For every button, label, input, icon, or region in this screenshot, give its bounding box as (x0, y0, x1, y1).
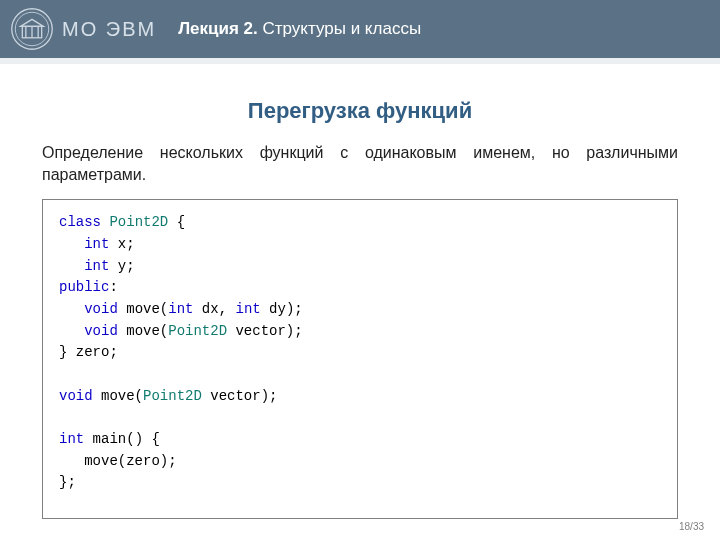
slide-heading: Перегрузка функций (42, 98, 678, 124)
slide-content: Перегрузка функций Определение нескольки… (0, 64, 720, 519)
lecture-title: Лекция 2. Структуры и классы (178, 19, 421, 39)
lecture-topic: Структуры и классы (263, 19, 422, 38)
institution-logo-icon (10, 7, 54, 51)
svg-marker-6 (21, 19, 44, 26)
header-bar: МО ЭВМ Лекция 2. Структуры и классы (0, 0, 720, 58)
page-current: 18 (679, 521, 690, 532)
slide-description: Определение нескольких функций с одинако… (42, 142, 678, 185)
page-number: 18/33 (679, 521, 704, 532)
brand-text: МО ЭВМ (62, 18, 156, 41)
lecture-prefix: Лекция 2. (178, 19, 258, 38)
code-listing: class Point2D { int x; int y; public: vo… (42, 199, 678, 519)
page-total: 33 (693, 521, 704, 532)
